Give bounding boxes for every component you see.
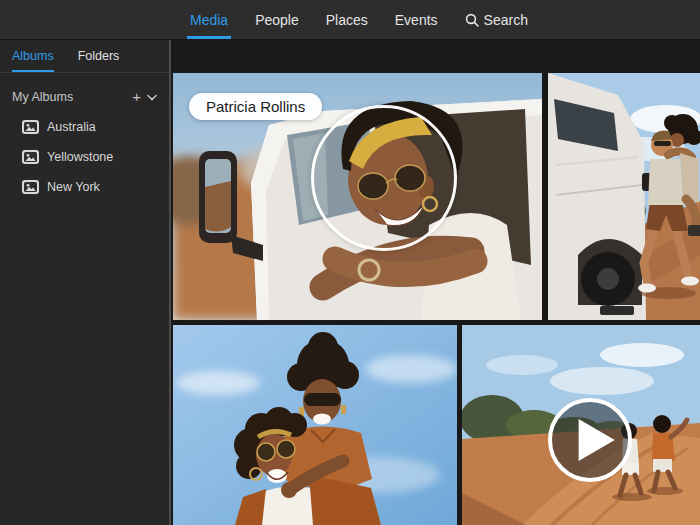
sidebar-tabs: Albums Folders xyxy=(0,40,169,73)
tab-media-label: Media xyxy=(190,12,228,28)
tab-people-label: People xyxy=(255,12,299,28)
tab-search-label: Search xyxy=(484,12,528,28)
tab-events-label: Events xyxy=(395,12,438,28)
top-navigation: Media People Places Events Search xyxy=(0,0,700,40)
tab-places[interactable]: Places xyxy=(326,0,368,39)
tab-folders[interactable]: Folders xyxy=(78,40,120,72)
play-icon xyxy=(552,402,628,478)
photo-organizer-app: Media People Places Events Search Albums… xyxy=(0,0,700,525)
album-photo-icon xyxy=(22,150,39,164)
photo-thumbnail-video-dirt-road[interactable] xyxy=(462,325,700,525)
my-albums-header: My Albums + xyxy=(0,88,169,106)
sidebar: Albums Folders My Albums + Australia xyxy=(0,40,171,525)
tab-albums[interactable]: Albums xyxy=(12,40,54,72)
chevron-down-icon[interactable] xyxy=(147,94,157,101)
video-play-button[interactable] xyxy=(548,398,632,482)
my-albums-title: My Albums xyxy=(12,90,73,104)
photo-thumbnail-woman-car-window[interactable]: Patricia Rollins xyxy=(173,73,542,320)
photo-thumbnail-women-piggyback[interactable] xyxy=(173,325,457,525)
album-item-new-york[interactable]: New York xyxy=(0,172,169,202)
album-label: Yellowstone xyxy=(47,150,113,164)
album-list: Australia Yellowstone New York xyxy=(0,112,169,202)
album-photo-icon xyxy=(22,120,39,134)
face-detection-circle xyxy=(311,105,457,251)
tab-events[interactable]: Events xyxy=(395,0,438,39)
album-item-yellowstone[interactable]: Yellowstone xyxy=(0,142,169,172)
album-label: Australia xyxy=(47,120,96,134)
album-label: New York xyxy=(47,180,100,194)
tab-people[interactable]: People xyxy=(255,0,299,39)
album-photo-icon xyxy=(22,180,39,194)
tab-search[interactable]: Search xyxy=(465,0,528,39)
tab-media[interactable]: Media xyxy=(190,0,228,39)
tab-places-label: Places xyxy=(326,12,368,28)
add-album-icon[interactable]: + xyxy=(132,90,141,104)
search-icon xyxy=(465,13,479,27)
face-tag-pill[interactable]: Patricia Rollins xyxy=(189,93,322,120)
photo-thumbnail-couple-van[interactable] xyxy=(548,73,700,320)
album-item-australia[interactable]: Australia xyxy=(0,112,169,142)
